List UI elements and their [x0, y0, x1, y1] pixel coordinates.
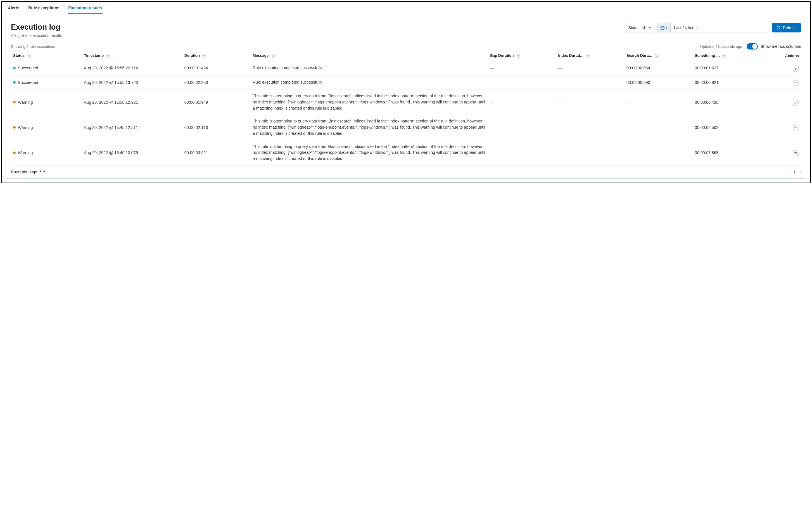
- gap-duration-cell: —: [488, 115, 556, 140]
- col-index-label: Index Durati…: [558, 53, 584, 58]
- status-cell: Succeeded: [13, 66, 79, 70]
- col-timestamp[interactable]: Timestamp ? ↓: [82, 51, 182, 61]
- calendar-button[interactable]: ▾: [658, 23, 671, 32]
- status-filter-count: 3: [642, 26, 647, 30]
- timestamp-cell: Aug 20, 2022 @ 15:45:12.511: [82, 115, 182, 140]
- scheduling-cell: 00:00:07:863: [693, 140, 761, 165]
- col-message[interactable]: Message ?: [250, 51, 488, 61]
- chevron-down-icon: ▾: [43, 170, 45, 173]
- status-cell: Warning: [13, 151, 79, 155]
- status-text: Warning: [18, 151, 33, 155]
- search-duration-cell: —: [624, 115, 693, 140]
- page-next[interactable]: ›: [800, 169, 801, 174]
- duration-cell: 00:00:02:353: [182, 75, 251, 90]
- page-prev[interactable]: ‹: [788, 169, 790, 174]
- updated-timestamp: Updated 28 seconds ago: [700, 45, 742, 49]
- sort-desc-icon: ↓: [112, 54, 114, 58]
- filter-icon: [794, 67, 797, 70]
- help-icon[interactable]: ?: [271, 54, 275, 58]
- status-dot-icon: [13, 126, 16, 129]
- status-cell: Warning: [13, 125, 79, 130]
- col-search-label: Search Dura…: [627, 53, 652, 58]
- refresh-icon: [776, 25, 781, 30]
- table-row: SucceededAug 20, 2022 @ 15:55:22.71400:0…: [11, 61, 801, 76]
- col-status[interactable]: Status ?: [11, 51, 82, 61]
- show-metrics-label: Show metrics columns: [761, 44, 801, 49]
- rows-per-page[interactable]: Rows per page: 5 ▾: [11, 170, 45, 174]
- row-actions-button[interactable]: [793, 66, 799, 72]
- row-actions-button[interactable]: [793, 125, 799, 131]
- date-range-picker[interactable]: ▾ Last 24 hours: [657, 23, 769, 32]
- pagination: ‹ 1 ›: [788, 169, 801, 174]
- duration-cell: 00:00:01:424: [182, 61, 251, 76]
- col-duration[interactable]: Duration ?: [182, 51, 251, 61]
- refresh-button[interactable]: Refresh: [772, 23, 801, 32]
- page-number[interactable]: 1: [793, 170, 796, 174]
- col-status-label: Status: [13, 53, 25, 58]
- col-search-duration[interactable]: Search Dura… ?: [624, 51, 693, 61]
- execution-log-table: Status ? Timestamp ? ↓ Duration ?: [11, 51, 801, 165]
- tab-rule-exceptions[interactable]: Rule exceptions: [28, 2, 60, 14]
- date-range-value: Last 24 hours: [671, 23, 769, 32]
- col-duration-label: Duration: [184, 53, 200, 58]
- duration-cell: 00:00:01:949: [182, 90, 251, 115]
- tabs-bar: Alerts Rule exceptions Execution results: [2, 2, 810, 14]
- row-actions-button[interactable]: [793, 150, 799, 156]
- timestamp-cell: Aug 20, 2022 @ 15:55:13.723: [82, 75, 182, 90]
- status-filter[interactable]: Status 3 ▾: [625, 23, 655, 32]
- status-filter-label: Status: [629, 25, 640, 30]
- col-scheduling-label: Scheduling …: [695, 53, 720, 58]
- status-dot-icon: [13, 67, 16, 69]
- index-duration-cell: —: [556, 115, 625, 140]
- tab-execution-results[interactable]: Execution results: [68, 2, 103, 14]
- help-icon[interactable]: ?: [586, 54, 590, 58]
- help-icon[interactable]: ?: [27, 54, 31, 58]
- help-icon[interactable]: ?: [106, 54, 110, 58]
- row-actions-button[interactable]: [793, 80, 799, 86]
- calendar-icon: [660, 25, 665, 30]
- help-icon[interactable]: ?: [516, 54, 520, 58]
- col-scheduling[interactable]: Scheduling … ?: [693, 51, 761, 61]
- gap-duration-cell: —: [488, 90, 556, 115]
- col-gap-duration[interactable]: Gap Duration ?: [488, 51, 556, 61]
- timestamp-cell: Aug 20, 2022 @ 15:50:12.921: [82, 90, 182, 115]
- status-dot-icon: [13, 152, 16, 154]
- svg-rect-0: [661, 26, 664, 29]
- search-duration-cell: —: [624, 90, 693, 115]
- help-icon[interactable]: ?: [722, 54, 726, 58]
- refresh-label: Refresh: [783, 25, 796, 30]
- table-row: WarningAug 20, 2022 @ 15:40:10.07500:00:…: [11, 140, 801, 165]
- message-cell: Rule execution completed successfully: [250, 61, 488, 76]
- show-metrics-toggle[interactable]: [747, 43, 758, 50]
- scheduling-cell: 00:00:02:508: [693, 115, 761, 140]
- row-actions-button[interactable]: [793, 100, 799, 106]
- chevron-down-icon: ▾: [666, 26, 668, 30]
- status-dot-icon: [13, 81, 16, 84]
- index-duration-cell: —: [556, 140, 625, 165]
- filter-icon: [794, 127, 797, 129]
- help-icon[interactable]: ?: [655, 54, 659, 58]
- page-subtitle: A log of rule execution results: [11, 33, 62, 38]
- message-cell: This rule is attempting to query data fr…: [250, 115, 488, 140]
- timestamp-cell: Aug 20, 2022 @ 15:40:10.075: [82, 140, 182, 165]
- gap-duration-cell: —: [488, 75, 556, 90]
- search-duration-cell: —: [624, 140, 693, 165]
- help-icon[interactable]: ?: [202, 54, 206, 58]
- status-text: Warning: [18, 125, 33, 130]
- duration-cell: 00:00:03:921: [182, 140, 251, 165]
- tab-alerts[interactable]: Alerts: [7, 2, 20, 14]
- gap-duration-cell: —: [488, 61, 556, 76]
- execution-log-panel: Execution log A log of rule execution re…: [5, 17, 807, 179]
- status-text: Succeeded: [18, 66, 38, 70]
- col-gap-label: Gap Duration: [490, 53, 514, 58]
- message-cell: This rule is attempting to query data fr…: [250, 140, 488, 165]
- status-cell: Succeeded: [13, 80, 79, 85]
- gap-duration-cell: —: [488, 140, 556, 165]
- scheduling-cell: 00:00:00:428: [693, 90, 761, 115]
- status-text: Succeeded: [18, 80, 38, 85]
- index-duration-cell: —: [556, 90, 625, 115]
- page-title: Execution log: [11, 23, 62, 32]
- col-index-duration[interactable]: Index Durati… ?: [556, 51, 625, 61]
- table-row: WarningAug 20, 2022 @ 15:45:12.51100:00:…: [11, 115, 801, 140]
- index-duration-cell: —: [556, 61, 625, 76]
